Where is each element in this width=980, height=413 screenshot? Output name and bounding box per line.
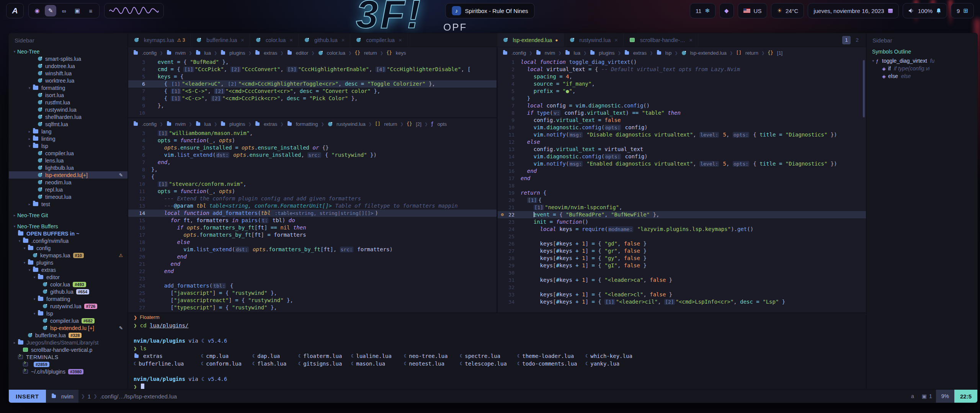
tree-item-keymaps.lua[interactable]: keymaps.lua#10⚠ [9, 252, 127, 259]
tree-item-scrollbar-handle-vertical.p[interactable]: scrollbar-handle-vertical.p [9, 346, 127, 353]
code-line-17[interactable]: 17end [498, 175, 866, 182]
launcher-icon-4[interactable]: ▣ [72, 5, 83, 16]
code-line-2[interactable]: 2 local virtual_text = { -- Default virt… [498, 66, 866, 73]
tabpage-1[interactable]: 1 [842, 36, 851, 44]
code-line-3[interactable]: 3 spacing = 4, [498, 73, 866, 80]
code-line-22[interactable]: 22 end [128, 268, 497, 275]
volume-module[interactable]: 100% [903, 3, 947, 18]
breadcrumb-item-nvim[interactable]: nvim [166, 50, 186, 56]
breadcrumb-item-nvim[interactable]: nvim [536, 50, 555, 56]
scrollbar-handle[interactable] [863, 60, 865, 117]
breadcrumb-item-lua[interactable]: lua [195, 121, 211, 127]
keyboard-layout-module[interactable]: US [738, 3, 768, 18]
tree-item-linting[interactable]: ▸linting [9, 135, 127, 142]
code-line-12[interactable]: 12 --- Extend the conform plugin config … [128, 195, 497, 202]
code-line-6[interactable]: 6 { [1]"<leader>uC", [2]"<cmd>CccHighlig… [128, 80, 497, 88]
code-line-26[interactable]: 26 keys[#keys + 1] = { "gd", false } [498, 240, 866, 247]
tab-scrollbar-handle[interactable]: scrollbar-handle-…× [624, 33, 698, 47]
code-line-9[interactable]: 9 config.virtual_text = false [498, 117, 866, 124]
code-line-31[interactable]: 31 keys[#keys + 1] = { "<leader>ca", fal… [498, 276, 866, 284]
breadcrumb-item-color.lua[interactable]: color.lua [318, 50, 345, 56]
code-line-12[interactable]: 12 else [498, 138, 866, 146]
code-line-7[interactable]: 7 local config = vim.diagnostic.config() [498, 102, 866, 109]
tab-color.lua[interactable]: color.lua× [250, 33, 299, 47]
tree-item-formatting[interactable]: ▾formatting [9, 84, 127, 91]
code-line-15[interactable]: 15 for ft, formatters in pairs(t: tbl) d… [128, 217, 497, 224]
code-area-color-lua[interactable]: 3 event = { "BufRead" },4 cmd = { [1]"Cc… [128, 59, 497, 117]
code-line-6[interactable]: 6 } [498, 95, 866, 102]
updates-module[interactable]: 11 ❄ [690, 3, 715, 18]
tree-item-timeout.lua[interactable]: timeout.lua [9, 193, 127, 200]
code-line-8[interactable]: 8 if type(v: config.virtual_text) == "ta… [498, 109, 866, 117]
launcher-icon-5[interactable]: ≡ [85, 5, 96, 16]
breadcrumb-item-extras[interactable]: extras [255, 121, 277, 127]
breadcrumb-item-lua[interactable]: lua [565, 50, 580, 56]
tree-item-lsp[interactable]: ▾lsp [9, 142, 127, 150]
code-line-20[interactable]: 20 [1]{ [498, 197, 866, 204]
code-line-3[interactable]: 3 event = { "BufRead" }, [128, 59, 497, 66]
close-icon[interactable]: × [399, 37, 402, 43]
tree-item-isort.lua[interactable]: isort.lua [9, 91, 127, 99]
code-line-25[interactable]: 25 ["javascript"] = { "rustywind" }, [128, 289, 497, 297]
close-icon[interactable]: × [241, 37, 244, 43]
code-line-26[interactable]: 26 ["javascriptreact"] = { "rustywind" }… [128, 297, 497, 304]
code-line-4[interactable]: 4 source = "if_many", [498, 80, 866, 88]
tree-item-shellharden.lua[interactable]: shellharden.lua [9, 113, 127, 120]
code-line-4[interactable]: 4 opts = function(_, opts) [128, 137, 497, 144]
code-line-10[interactable]: 10 [1]"stevearc/conform.nvim", [128, 180, 497, 188]
code-area-rustywind-lua[interactable]: 3 [1]"williamboman/mason.nvim",4 opts = … [128, 130, 497, 312]
tree-item-rustywind.lua[interactable]: rustywind.lua#726 [9, 302, 127, 310]
tree-item-open-buffers-in[interactable]: OPEN BUFFERS in ~ [9, 230, 127, 237]
tree-item-lens.lua[interactable]: lens.lua [9, 157, 127, 164]
code-line-17[interactable]: 17 opts.formatters_by_ft[ft] = formatter… [128, 231, 497, 239]
neotree-panel[interactable]: ▾Neo-Treesmart-splits.luaundotree.luawin… [9, 47, 127, 389]
breadcrumb-item-return[interactable]: {}return [354, 50, 377, 56]
code-line-18[interactable]: 18 else [128, 239, 497, 246]
tree-item-config[interactable]: ▾config [9, 244, 127, 252]
tree-item-winshift.lua[interactable]: winshift.lua [9, 70, 127, 77]
code-line-1[interactable]: 1local function toggle_diag_virtext() [498, 59, 866, 66]
weather-module[interactable]: ☀ 24°C [771, 3, 804, 18]
tree-item-neodim.lua[interactable]: neodim.lua [9, 179, 127, 186]
tabpage-2[interactable]: 2 [853, 36, 861, 44]
breadcrumb-item-formatting[interactable]: formatting [287, 121, 318, 127]
breadcrumb-item-return[interactable]: []return [736, 50, 758, 56]
outline-item-else[interactable]: ◈elseelse [867, 72, 977, 80]
code-line-13[interactable]: 13 ---@param tbl table<string, conform.F… [128, 202, 497, 210]
code-line-16[interactable]: 16 if opts.formatters_by_ft[ft] == nil t… [128, 224, 497, 231]
code-line-21[interactable]: 21 [1]"neovim/nvim-lspconfig", [498, 204, 866, 211]
close-icon[interactable]: × [289, 37, 293, 43]
breadcrumb-item-2[interactable]: {}[2] [407, 121, 421, 127]
code-line-11[interactable]: 11 opts = function(_, opts) [128, 188, 497, 195]
tree-item-plugins[interactable]: ▾plugins [9, 259, 127, 266]
breadcrumb-item-plugins[interactable]: plugins [220, 121, 245, 127]
tab-github.lua[interactable]: github.lua× [299, 33, 350, 47]
tree-item-lang[interactable]: ▸lang [9, 128, 127, 135]
tree-item-lightbulb.lua[interactable]: lightbulb.lua [9, 164, 127, 171]
code-line-34[interactable]: 34 keys[#keys + 1] = { [1]"<leader>cil",… [498, 298, 866, 306]
tab-lsp-extended.lua[interactable]: lsp-extended.lua● [497, 33, 564, 47]
code-line-14[interactable]: 14 local function add_formatters(tbl :ta… [128, 210, 497, 217]
close-icon[interactable]: × [614, 37, 618, 43]
breadcrumb-item-plugins[interactable]: plugins [220, 50, 245, 56]
tree-item-test[interactable]: ▸test [9, 200, 127, 208]
workspace-module[interactable]: 9 ⊞ [951, 3, 974, 18]
breadcrumb-item-extras[interactable]: extras [255, 50, 277, 56]
code-line-9[interactable]: 9{ [128, 173, 497, 180]
tree-item-formatting[interactable]: ▾formatting [9, 295, 127, 302]
code-line-11[interactable]: 11 vim.notify(msg: "Disable diagnostics … [498, 131, 866, 138]
launcher-icon-3[interactable]: ∞ [58, 5, 70, 16]
breadcrumb-item-keys[interactable]: {}keys [386, 50, 406, 56]
close-icon[interactable]: × [341, 37, 345, 43]
breadcrumb-item-editor[interactable]: editor [287, 50, 309, 56]
tree-item-lsp[interactable]: ▾lsp [9, 310, 127, 317]
code-line-7[interactable]: 7 end, [128, 159, 497, 166]
code-line-10[interactable]: 10 vim.diagnostic.config(opts: config) [498, 124, 866, 131]
tree-item-.config-nvim-lua[interactable]: ▾.config/nvim/lua [9, 237, 127, 244]
tree-item-github.lua[interactable]: github.lua#654 [9, 288, 127, 295]
code-line-20[interactable]: 20 end [128, 253, 497, 260]
tree-item-repl.lua[interactable]: repl.lua [9, 186, 127, 193]
code-line-15[interactable]: 15 vim.notify(msg: "Enabled diagnostics … [498, 160, 866, 167]
tree-item-smart-splits.lua[interactable]: smart-splits.lua [9, 55, 127, 62]
tree-item-bufferline.lua[interactable]: bufferline.lua#328 [9, 332, 127, 339]
